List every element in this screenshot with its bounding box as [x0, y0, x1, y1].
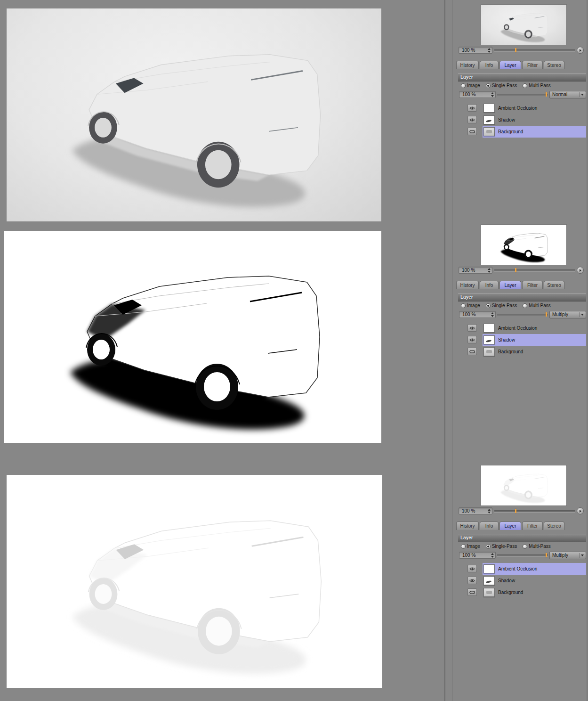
- frame-forward-button[interactable]: [577, 267, 584, 274]
- layer-thumbnail[interactable]: [483, 127, 495, 136]
- layer-row-body[interactable]: Shadow: [483, 114, 586, 126]
- layer-thumbnail[interactable]: [483, 104, 495, 113]
- mode-single-pass[interactable]: Single-Pass: [486, 83, 517, 88]
- layer-row-body[interactable]: Ambient Occlusion: [483, 563, 586, 575]
- visibility-eye-icon[interactable]: [467, 565, 477, 572]
- frame-icon[interactable]: [467, 588, 477, 596]
- zoom-value-field[interactable]: 100 %: [459, 267, 492, 274]
- layer-row[interactable]: Ambient Occlusion: [458, 563, 586, 575]
- frame-icon[interactable]: [467, 348, 477, 355]
- zoom-slider[interactable]: [494, 267, 575, 274]
- layer-thumbnail[interactable]: [483, 324, 495, 333]
- tab-history[interactable]: History: [456, 522, 479, 530]
- layer-row-body[interactable]: Shadow: [483, 334, 586, 346]
- tab-stereo[interactable]: Stereo: [544, 61, 564, 69]
- visibility-eye-icon[interactable]: [467, 336, 477, 343]
- layer-row[interactable]: Shadow: [458, 575, 586, 587]
- stepper-icon[interactable]: [490, 553, 494, 558]
- radio-icon[interactable]: [461, 544, 466, 549]
- layer-thumbnail[interactable]: [483, 115, 495, 124]
- layer-row[interactable]: Shadow: [458, 334, 586, 346]
- tab-filter[interactable]: Filter: [522, 522, 543, 530]
- layer-row-body[interactable]: Shadow: [483, 575, 586, 587]
- tab-stereo[interactable]: Stereo: [544, 281, 564, 289]
- mode-single-pass[interactable]: Single-Pass: [486, 303, 517, 308]
- stepper-icon[interactable]: [490, 92, 494, 97]
- frame-forward-button[interactable]: [577, 507, 584, 514]
- blend-mode-dropdown[interactable]: Normal: [549, 91, 586, 98]
- zoom-value-field[interactable]: 100 %: [459, 47, 492, 54]
- preview-thumbnail[interactable]: [481, 465, 566, 505]
- preview-thumbnail[interactable]: [481, 5, 566, 45]
- layer-row[interactable]: Background: [458, 126, 586, 138]
- layer-thumbnail[interactable]: [483, 588, 495, 597]
- tab-history[interactable]: History: [456, 61, 479, 69]
- layer-row-body[interactable]: Ambient Occlusion: [483, 102, 586, 114]
- stepper-icon[interactable]: [487, 48, 491, 53]
- layer-row[interactable]: Background: [458, 587, 586, 598]
- layer-row-body[interactable]: Background: [483, 587, 586, 598]
- visibility-eye-icon[interactable]: [467, 104, 477, 112]
- mode-image[interactable]: Image: [461, 303, 480, 308]
- mode-image[interactable]: Image: [461, 544, 480, 549]
- tab-info[interactable]: Info: [480, 61, 499, 69]
- layer-row[interactable]: Shadow: [458, 114, 586, 126]
- zoom-slider[interactable]: [494, 507, 575, 514]
- tab-info[interactable]: Info: [480, 522, 499, 530]
- mode-image[interactable]: Image: [461, 83, 480, 88]
- tab-history[interactable]: History: [456, 281, 479, 289]
- tab-filter[interactable]: Filter: [522, 61, 543, 69]
- layer-row[interactable]: Ambient Occlusion: [458, 102, 586, 114]
- blend-mode-dropdown[interactable]: Multiply: [549, 311, 586, 318]
- composite-render-viewport[interactable]: [7, 8, 381, 221]
- mode-multi-pass[interactable]: Multi-Pass: [523, 83, 551, 88]
- layer-row-body[interactable]: Background: [483, 346, 586, 358]
- tab-layer[interactable]: Layer: [499, 61, 521, 69]
- layer-thumbnail[interactable]: [483, 564, 495, 573]
- visibility-eye-icon[interactable]: [467, 577, 477, 584]
- layer-row-body[interactable]: Background: [483, 126, 586, 138]
- tab-stereo[interactable]: Stereo: [544, 522, 564, 530]
- ambient-occlusion-viewport[interactable]: [7, 475, 382, 688]
- radio-icon[interactable]: [461, 303, 466, 308]
- stepper-icon[interactable]: [487, 509, 491, 514]
- tab-info[interactable]: Info: [480, 281, 499, 289]
- layer-row[interactable]: Ambient Occlusion: [458, 322, 586, 334]
- radio-checked-icon[interactable]: [486, 83, 491, 88]
- layer-row-body[interactable]: Ambient Occlusion: [483, 322, 586, 334]
- opacity-value-field[interactable]: 100 %: [459, 91, 496, 98]
- tab-layer[interactable]: Layer: [499, 522, 521, 530]
- blend-mode-dropdown[interactable]: Multiply: [549, 552, 586, 559]
- opacity-slider[interactable]: [497, 552, 548, 559]
- zoom-value-field[interactable]: 100 %: [459, 507, 492, 514]
- layer-row[interactable]: Background: [458, 346, 586, 358]
- mode-multi-pass[interactable]: Multi-Pass: [523, 303, 551, 308]
- radio-icon[interactable]: [523, 544, 527, 549]
- radio-icon[interactable]: [523, 83, 527, 88]
- preview-thumbnail[interactable]: [481, 225, 566, 265]
- visibility-eye-icon[interactable]: [467, 116, 477, 123]
- zoom-slider[interactable]: [494, 47, 575, 54]
- mode-single-pass[interactable]: Single-Pass: [486, 544, 517, 549]
- radio-icon[interactable]: [523, 303, 527, 308]
- opacity-slider[interactable]: [497, 91, 548, 98]
- layer-thumbnail[interactable]: [483, 335, 495, 344]
- frame-forward-button[interactable]: [577, 47, 584, 54]
- radio-checked-icon[interactable]: [486, 303, 491, 308]
- pane-splitter[interactable]: [444, 0, 445, 701]
- stepper-icon[interactable]: [490, 312, 494, 317]
- tab-layer[interactable]: Layer: [499, 281, 521, 289]
- layer-thumbnail[interactable]: [483, 576, 495, 585]
- mode-multi-pass[interactable]: Multi-Pass: [523, 544, 551, 549]
- opacity-slider[interactable]: [497, 311, 548, 318]
- visibility-eye-icon[interactable]: [467, 324, 477, 332]
- opacity-value-field[interactable]: 100 %: [459, 552, 496, 559]
- frame-icon[interactable]: [467, 128, 477, 135]
- stepper-icon[interactable]: [487, 268, 491, 273]
- layer-thumbnail[interactable]: [483, 347, 495, 356]
- tab-filter[interactable]: Filter: [522, 281, 543, 289]
- radio-icon[interactable]: [461, 83, 466, 88]
- shadow-pass-viewport[interactable]: [4, 231, 381, 443]
- opacity-value-field[interactable]: 100 %: [459, 311, 496, 318]
- radio-checked-icon[interactable]: [486, 544, 491, 549]
